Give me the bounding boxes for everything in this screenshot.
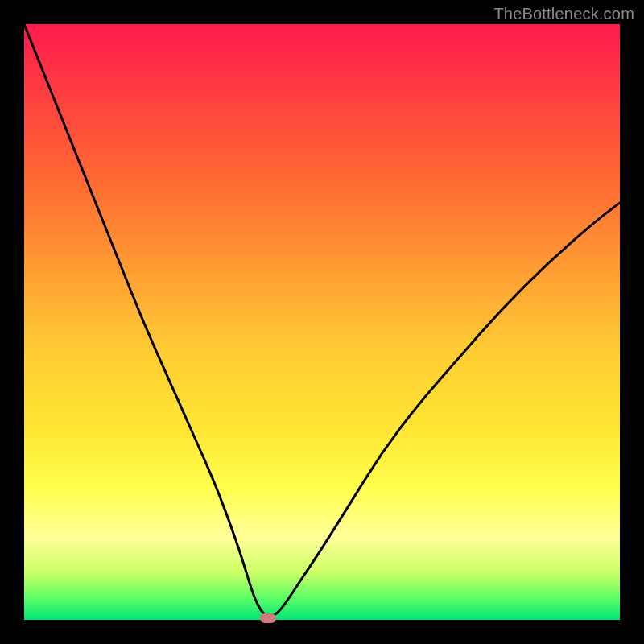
optimum-marker — [260, 613, 276, 623]
watermark-text: TheBottleneck.com — [493, 5, 634, 23]
chart-frame: TheBottleneck.com — [0, 0, 644, 644]
plot-area — [24, 24, 620, 620]
bottleneck-curve-path — [24, 24, 620, 616]
curve-svg — [24, 24, 620, 620]
